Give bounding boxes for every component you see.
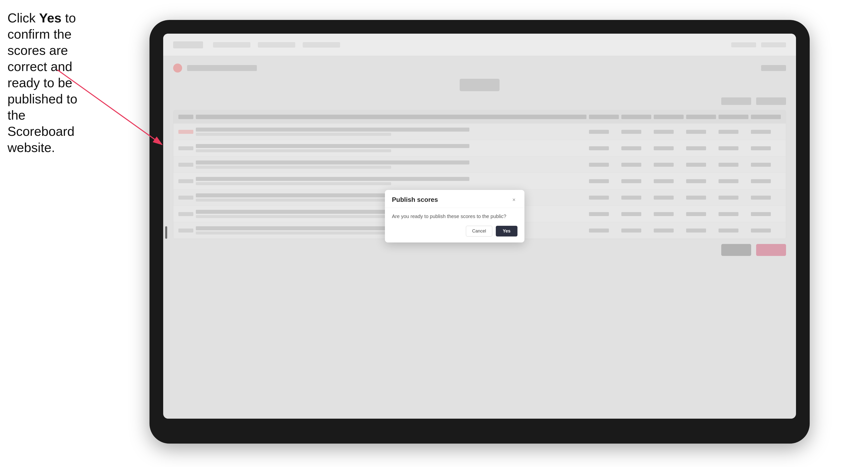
modal-overlay: Publish scores × Are you ready to publis… — [163, 34, 796, 419]
modal-body: Are you ready to publish these scores to… — [385, 208, 524, 226]
cancel-button[interactable]: Cancel — [466, 226, 492, 237]
modal-message: Are you ready to publish these scores to… — [392, 213, 518, 220]
modal-title: Publish scores — [392, 196, 438, 204]
modal-header: Publish scores × — [385, 190, 524, 208]
publish-scores-modal: Publish scores × Are you ready to publis… — [385, 190, 524, 243]
instruction-text: Click Yes to confirm the scores are corr… — [7, 10, 80, 156]
modal-close-button[interactable]: × — [510, 196, 518, 204]
modal-footer: Cancel Yes — [385, 226, 524, 243]
tablet-screen: Publish scores × Are you ready to publis… — [163, 34, 796, 419]
tablet-device: Publish scores × Are you ready to publis… — [150, 20, 810, 443]
yes-button[interactable]: Yes — [496, 226, 518, 237]
